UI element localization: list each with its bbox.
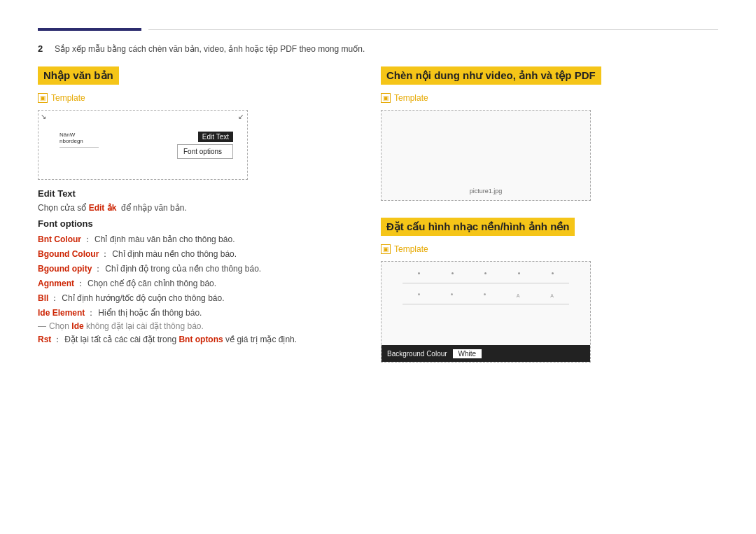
left-template-label: ▣ Template <box>38 93 360 103</box>
option-row-bg-opacity: Bgound opity ： Chỉ định độ trong của nền… <box>38 262 360 275</box>
dot <box>518 272 520 274</box>
step-row: 2 Sắp xếp mẫu bằng cách chèn văn bản, vi… <box>38 43 718 54</box>
image-filename: picture1.jpg <box>470 188 503 195</box>
left-column: Nhập văn bản ▣ Template ↘ ↙ NânW nbordeg… <box>38 66 360 379</box>
step-text: Sắp xếp mẫu bằng cách chèn văn bản, vide… <box>55 44 365 54</box>
dot-a2: A <box>550 293 554 298</box>
right-template-text-1: Template <box>394 93 428 103</box>
option-desc-bg-opacity: Chỉ định độ trong của nền cho thông báo. <box>105 262 261 275</box>
edit-text-popup[interactable]: Edit Text <box>198 132 233 142</box>
page-container: 2 Sắp xếp mẫu bằng cách chèn văn bản, vi… <box>0 0 756 407</box>
option-desc-font-colour: Chỉ định màu văn bản cho thông báo. <box>94 233 234 246</box>
option-key-reset: Rst <box>38 333 51 346</box>
left-template-text: Template <box>51 93 85 103</box>
template-icon-right-1: ▣ <box>381 93 391 103</box>
option-desc-bg-colour: Chỉ định màu nền cho thông báo. <box>112 248 237 260</box>
hide-note: Chọn Ide không đặt lại cài đặt thông báo… <box>38 321 360 331</box>
divider-dark <box>38 28 141 31</box>
template-icon-right-2: ▣ <box>381 244 391 254</box>
right-heading-1: Chèn nội dung như video, ảnh và tệp PDF <box>381 66 601 85</box>
dot <box>484 272 486 274</box>
right-section-2: Đặt cấu hình nhạc nền/hình ảnh nền ▣ Tem… <box>381 218 718 363</box>
corner-tl: ↘ <box>41 113 48 120</box>
option-desc-alignment: Chọn chế độ căn chỉnh thông báo. <box>88 277 216 290</box>
dot <box>418 293 420 295</box>
left-heading: Nhập văn bản <box>38 66 119 85</box>
step-number: 2 <box>38 43 55 54</box>
dot-a: A <box>517 293 520 298</box>
dot <box>451 272 454 274</box>
two-column-layout: Nhập văn bản ▣ Template ↘ ↙ NânW nbordeg… <box>38 66 718 379</box>
edit-text-body: Chọn cửa sổ Edit ảk để nhập văn bản. <box>38 203 360 213</box>
dot <box>451 293 453 295</box>
dot <box>552 272 554 274</box>
right-template-label-1: ▣ Template <box>381 93 718 103</box>
left-template-preview: ↘ ↙ NânW nbordegn ———————— Edit Text Fon… <box>38 110 248 180</box>
image-preview-box: picture1.jpg <box>381 110 591 201</box>
option-desc-reset: Đặt lại tất cả các cài đặt trong Bnt opt… <box>64 333 297 346</box>
right-template-text-2: Template <box>394 244 428 254</box>
dot <box>418 272 420 274</box>
bg-colour-bar: Background Colour White <box>382 345 590 362</box>
option-desc-scroll: Chỉ định hướng/tốc độ cuộn cho thông báo… <box>62 292 224 304</box>
corner-tr: ↙ <box>238 113 245 120</box>
option-key-bg-colour: Bgound Colour <box>38 248 99 260</box>
right-column: Chèn nội dung như video, ảnh và tệp PDF … <box>381 66 718 379</box>
top-dividers <box>38 28 718 31</box>
option-row-scroll: Bll ： Chỉ định hướng/tốc độ cuộn cho thô… <box>38 292 360 304</box>
bg-colour-value[interactable]: White <box>453 349 482 358</box>
option-desc-hide: Hiển thị hoặc ẩn thông báo. <box>98 307 202 319</box>
right-template-label-2: ▣ Template <box>381 244 718 254</box>
option-key-font-colour: Bnt Colour <box>38 233 81 246</box>
option-row-alignment: Agnment ： Chọn chế độ căn chỉnh thông bá… <box>38 277 360 290</box>
option-row-reset: Rst ： Đặt lại tất cả các cài đặt trong B… <box>38 333 360 346</box>
bg-line-2 <box>402 304 569 304</box>
bg-dots-row2: A A <box>382 293 590 298</box>
option-row-font-colour: Bnt Colour ： Chỉ định màu văn bản cho th… <box>38 233 360 246</box>
right-heading-2: Đặt cấu hình nhạc nền/hình ảnh nền <box>381 218 575 236</box>
option-key-scroll: Bll <box>38 292 48 304</box>
edit-text-title: Edit Text <box>38 188 360 199</box>
hide-note-text: Chọn Ide không đặt lại cài đặt thông báo… <box>49 321 204 331</box>
preview-small-text: NânW nbordegn ———————— <box>59 132 99 149</box>
template-icon-left: ▣ <box>38 93 48 103</box>
bg-preview-box: A A Background Colour White <box>381 261 591 363</box>
option-key-bg-opacity: Bgound opity <box>38 262 92 275</box>
option-key-alignment: Agnment <box>38 277 74 290</box>
font-options-title: Font options <box>38 218 360 229</box>
option-row-hide: Ide Element ： Hiển thị hoặc ẩn thông báo… <box>38 307 360 319</box>
bg-colour-label: Background Colour <box>387 350 447 358</box>
divider-light <box>148 29 718 30</box>
option-key-hide: Ide Element <box>38 307 85 319</box>
bg-dots-row1 <box>382 272 590 274</box>
right-section-1: Chèn nội dung như video, ảnh và tệp PDF … <box>381 66 718 201</box>
bg-line-1 <box>402 283 569 283</box>
option-row-bg-colour: Bgound Colour ： Chỉ định màu nền cho thô… <box>38 248 360 260</box>
font-options-popup[interactable]: Font options <box>177 144 233 159</box>
dot <box>484 293 486 295</box>
font-options-popup-item[interactable]: Font options <box>183 147 227 156</box>
